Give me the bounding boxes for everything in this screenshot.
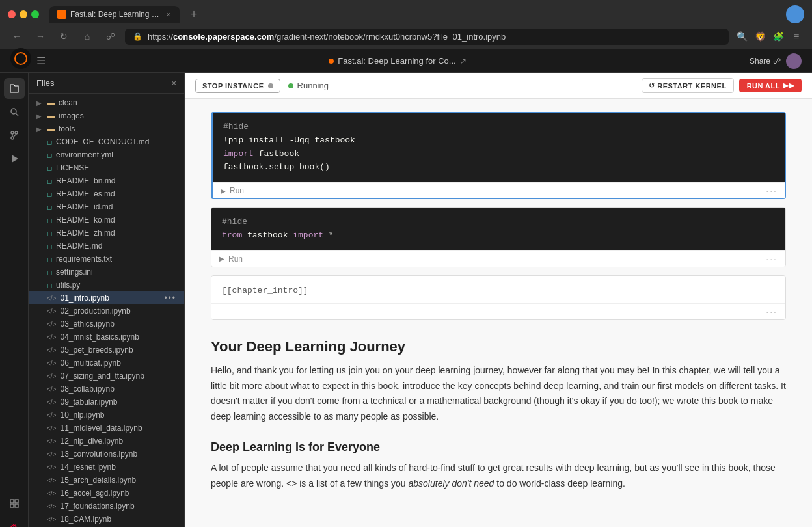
brave-shield-icon[interactable]: 🦁	[752, 29, 768, 44]
run-all-label: RUN ALL	[747, 82, 780, 90]
share-button[interactable]: Share ☍	[750, 57, 781, 66]
sidebar-icon-extensions[interactable]	[4, 493, 25, 514]
traffic-light-minimize[interactable]	[20, 10, 27, 18]
tree-notebook-13[interactable]: ▶ </> 13_convolutions.ipynb	[29, 448, 184, 461]
tree-notebook-05[interactable]: ▶ </> 05_pet_breeds.ipynb	[29, 344, 184, 357]
cell-2-menu-button[interactable]: ···	[766, 254, 778, 264]
tree-file-utils[interactable]: ▶ ◻ utils.py	[29, 278, 184, 291]
tree-folder-images[interactable]: ▶ ▬ images	[29, 109, 184, 122]
file-tree-bottom-bar: ⊙ 🗑 ↑ ⧉ + 📁	[29, 524, 184, 527]
tree-notebook-08[interactable]: ▶ </> 08_collab.ipynb	[29, 383, 184, 396]
tree-notebook-16[interactable]: ▶ </> 16_accel_sgd.ipynb	[29, 487, 184, 500]
tree-notebook-10[interactable]: ▶ </> 10_nlp.ipynb	[29, 409, 184, 422]
user-avatar[interactable]	[786, 53, 802, 69]
cell-1-code[interactable]: #hide !pip install -Uqq fastbook import …	[213, 113, 785, 182]
prose-para-2-end: to do world-class deep learning.	[496, 478, 625, 489]
notebook-icon: </>	[47, 438, 56, 445]
run-all-icon: ▶▶	[783, 81, 794, 90]
svg-point-3	[15, 131, 18, 134]
tree-notebook-07[interactable]: ▶ </> 07_sizing_and_tta.ipynb	[29, 370, 184, 383]
tree-notebook-12[interactable]: ▶ </> 12_nlp_dive.ipynb	[29, 435, 184, 448]
chevron-right-icon: ▶	[36, 113, 43, 120]
sidebar-icon-files[interactable]	[4, 78, 25, 99]
tree-file-readme-ko[interactable]: ▶ ◻ README_ko.md	[29, 213, 184, 226]
header-title: Fast.ai: Deep Learning for Co...	[338, 56, 455, 66]
tree-file-readme-es[interactable]: ▶ ◻ README_es.md	[29, 187, 184, 200]
prose-section: Your Deep Learning Journey Hello, and th…	[211, 328, 786, 510]
restart-icon: ↺	[649, 81, 655, 90]
back-button[interactable]: ←	[8, 27, 26, 46]
cell-1-menu-button[interactable]: ···	[766, 185, 778, 196]
search-icon[interactable]: 🔍	[734, 29, 750, 44]
tree-file-requirements[interactable]: ▶ ◻ requirements.txt	[29, 252, 184, 265]
file-tree-header: Files ×	[29, 73, 184, 94]
tree-folder-tools[interactable]: ▶ ▬ tools	[29, 122, 184, 135]
tree-notebook-09[interactable]: ▶ </> 09_tabular.ipynb	[29, 396, 184, 409]
tree-file-readme[interactable]: ▶ ◻ README.md	[29, 239, 184, 252]
new-tab-button[interactable]: +	[185, 5, 203, 23]
tree-notebook-03[interactable]: ▶ </> 03_ethics.ipynb	[29, 318, 184, 331]
tree-notebook-17[interactable]: ▶ </> 17_foundations.ipynb	[29, 500, 184, 513]
running-status: Running	[288, 81, 329, 90]
tree-notebook-14[interactable]: ▶ </> 14_resnet.ipynb	[29, 461, 184, 474]
tree-item-label: 11_midlevel_data.ipynb	[60, 424, 142, 433]
tree-notebook-04[interactable]: ▶ </> 04_mnist_basics.ipynb	[29, 331, 184, 344]
tree-notebook-01-intro[interactable]: ▶ </> 01_intro.ipynb •••	[29, 291, 184, 304]
sidebar-icon-run[interactable]	[4, 148, 25, 169]
cell-2[interactable]: #hide from fastbook import * ▶ Run ···	[211, 207, 786, 267]
notebook-icon: </>	[47, 308, 56, 315]
restart-kernel-button[interactable]: ↺ RESTART KERNEL	[642, 78, 734, 93]
cell-2-run-button[interactable]: ▶ Run	[219, 254, 243, 264]
reload-button[interactable]: ↻	[55, 27, 73, 46]
file-context-menu-button[interactable]: •••	[164, 293, 176, 303]
hamburger-menu[interactable]: ☰	[36, 55, 46, 67]
tree-notebook-18[interactable]: ▶ </> 18_CAM.ipynb	[29, 513, 184, 524]
tree-notebook-06[interactable]: ▶ </> 06_multicat.ipynb	[29, 357, 184, 370]
traffic-light-close[interactable]	[8, 10, 16, 18]
tab-close-button[interactable]: ×	[165, 10, 172, 19]
file-icon: ◻	[47, 217, 52, 224]
stop-instance-button[interactable]: STOP INSTANCE	[195, 79, 280, 93]
cell-3-menu-button[interactable]: ···	[766, 306, 778, 317]
tree-item-label: 17_foundations.ipynb	[60, 502, 134, 511]
cell-2-code[interactable]: #hide from fastbook import *	[211, 208, 785, 250]
tree-notebook-02[interactable]: ▶ </> 02_production.ipynb	[29, 304, 184, 318]
tree-item-label: README.md	[56, 241, 102, 250]
tree-file-readme-id[interactable]: ▶ ◻ README_id.md	[29, 200, 184, 213]
tree-notebook-11[interactable]: ▶ </> 11_midlevel_data.ipynb	[29, 422, 184, 435]
tree-notebook-15[interactable]: ▶ </> 15_arch_details.ipynb	[29, 474, 184, 487]
traffic-light-fullscreen[interactable]	[31, 10, 39, 18]
tree-item-label: clean	[59, 98, 77, 107]
sidebar-icon-search[interactable]	[4, 101, 25, 122]
sidebar-icon-git[interactable]	[4, 125, 25, 146]
tree-file-settings[interactable]: ▶ ◻ settings.ini	[29, 265, 184, 278]
sidebar-icon-settings[interactable]: ⚙	[4, 517, 25, 527]
active-tab[interactable]: Fast.ai: Deep Learning for Code... ×	[49, 6, 180, 23]
bookmark-button[interactable]: ☍	[102, 27, 120, 46]
extensions-icon[interactable]: 🧩	[770, 29, 786, 44]
tree-file-environment[interactable]: ▶ ◻ environment.yml	[29, 148, 184, 161]
run-all-button[interactable]: RUN ALL ▶▶	[739, 79, 802, 92]
menu-icon[interactable]: ≡	[789, 29, 804, 44]
file-icon: ◻	[47, 230, 52, 237]
tree-item-label: 18_CAM.ipynb	[60, 515, 111, 524]
tree-folder-clean[interactable]: ▶ ▬ clean	[29, 96, 184, 109]
chevron-right-icon: ▶	[36, 126, 43, 133]
cell-3-markdown[interactable]: [[chapter_intro]]	[211, 276, 785, 303]
tree-file-code-of-conduct[interactable]: ▶ ◻ CODE_OF_CONDUCT.md	[29, 135, 184, 148]
cell-1[interactable]: #hide !pip install -Uqq fastbook import …	[211, 112, 786, 199]
notebook-icon: </>	[47, 425, 56, 432]
file-tree-close-button[interactable]: ×	[171, 78, 176, 88]
url-bar[interactable]: 🔒 https://console.paperspace.com/gradien…	[125, 29, 729, 45]
tree-item-label: README_id.md	[56, 202, 113, 211]
home-button[interactable]: ⌂	[78, 27, 96, 46]
tree-file-readme-bn[interactable]: ▶ ◻ README_bn.md	[29, 174, 184, 187]
header-right: Share ☍	[750, 53, 802, 69]
running-label: Running	[297, 81, 329, 90]
tree-file-license[interactable]: ▶ ◻ LICENSE	[29, 161, 184, 174]
forward-button[interactable]: →	[31, 27, 49, 46]
tree-file-readme-zh[interactable]: ▶ ◻ README_zh.md	[29, 226, 184, 239]
notebook-icon: </>	[47, 386, 56, 393]
cell-1-run-button[interactable]: ▶ Run	[221, 186, 244, 195]
cell-3[interactable]: [[chapter_intro]] ···	[211, 275, 786, 320]
